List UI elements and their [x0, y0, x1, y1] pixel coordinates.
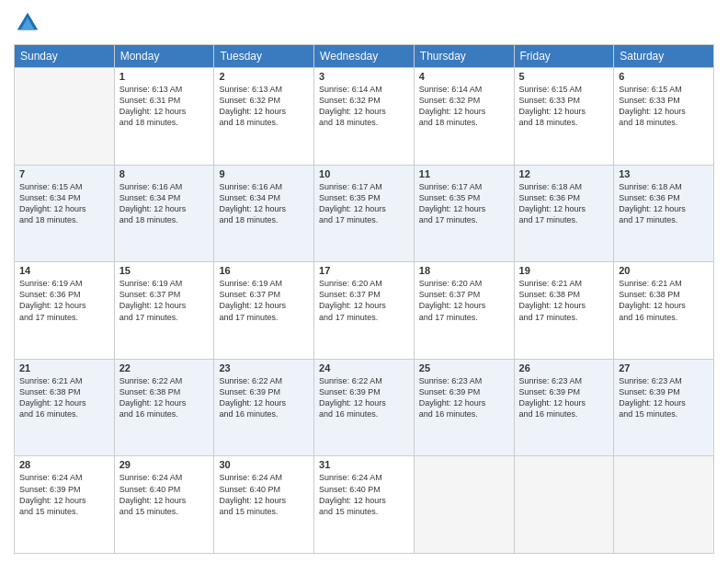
calendar-cell: 29Sunrise: 6:24 AM Sunset: 6:40 PM Dayli… [114, 456, 214, 554]
calendar-header-row: SundayMondayTuesdayWednesdayThursdayFrid… [15, 45, 714, 68]
day-info: Sunrise: 6:24 AM Sunset: 6:39 PM Dayligh… [19, 472, 109, 517]
logo [14, 9, 45, 37]
day-info: Sunrise: 6:19 AM Sunset: 6:37 PM Dayligh… [219, 278, 309, 323]
day-header-saturday: Saturday [614, 45, 714, 68]
day-number: 20 [619, 265, 709, 276]
day-number: 2 [219, 71, 309, 82]
day-number: 4 [419, 71, 509, 82]
day-number: 19 [519, 265, 609, 276]
day-number: 30 [219, 459, 309, 470]
calendar-cell: 4Sunrise: 6:14 AM Sunset: 6:32 PM Daylig… [414, 68, 514, 166]
day-number: 10 [319, 168, 409, 179]
day-number: 24 [319, 362, 409, 373]
calendar-cell: 8Sunrise: 6:16 AM Sunset: 6:34 PM Daylig… [114, 165, 214, 262]
calendar-cell: 28Sunrise: 6:24 AM Sunset: 6:39 PM Dayli… [15, 456, 115, 554]
calendar-cell: 27Sunrise: 6:23 AM Sunset: 6:39 PM Dayli… [614, 359, 714, 456]
calendar-cell: 9Sunrise: 6:16 AM Sunset: 6:34 PM Daylig… [214, 165, 314, 262]
calendar-cell: 24Sunrise: 6:22 AM Sunset: 6:39 PM Dayli… [314, 359, 415, 456]
day-header-monday: Monday [114, 45, 214, 68]
calendar-cell: 1Sunrise: 6:13 AM Sunset: 6:31 PM Daylig… [114, 68, 214, 166]
day-info: Sunrise: 6:18 AM Sunset: 6:36 PM Dayligh… [619, 181, 709, 226]
day-info: Sunrise: 6:13 AM Sunset: 6:31 PM Dayligh… [119, 84, 210, 129]
calendar-week-1: 1Sunrise: 6:13 AM Sunset: 6:31 PM Daylig… [15, 68, 714, 166]
day-info: Sunrise: 6:15 AM Sunset: 6:33 PM Dayligh… [619, 84, 709, 129]
calendar-table: SundayMondayTuesdayWednesdayThursdayFrid… [14, 44, 714, 554]
day-info: Sunrise: 6:23 AM Sunset: 6:39 PM Dayligh… [619, 375, 709, 420]
day-number: 14 [19, 265, 109, 276]
day-number: 18 [419, 265, 509, 276]
calendar-week-4: 21Sunrise: 6:21 AM Sunset: 6:38 PM Dayli… [15, 359, 714, 456]
day-number: 5 [519, 71, 609, 82]
logo-icon [14, 9, 41, 37]
day-number: 16 [219, 265, 309, 276]
day-number: 7 [19, 168, 109, 179]
day-info: Sunrise: 6:22 AM Sunset: 6:39 PM Dayligh… [319, 375, 409, 420]
day-info: Sunrise: 6:14 AM Sunset: 6:32 PM Dayligh… [419, 84, 509, 129]
day-info: Sunrise: 6:19 AM Sunset: 6:37 PM Dayligh… [119, 278, 210, 323]
day-info: Sunrise: 6:20 AM Sunset: 6:37 PM Dayligh… [419, 278, 509, 323]
day-number: 26 [519, 362, 609, 373]
day-info: Sunrise: 6:13 AM Sunset: 6:32 PM Dayligh… [219, 84, 309, 129]
calendar-cell: 18Sunrise: 6:20 AM Sunset: 6:37 PM Dayli… [414, 262, 514, 360]
calendar-cell: 14Sunrise: 6:19 AM Sunset: 6:36 PM Dayli… [15, 262, 115, 360]
calendar-cell: 31Sunrise: 6:24 AM Sunset: 6:40 PM Dayli… [314, 456, 415, 554]
day-number: 25 [419, 362, 509, 373]
calendar-week-3: 14Sunrise: 6:19 AM Sunset: 6:36 PM Dayli… [15, 262, 714, 360]
calendar-cell: 25Sunrise: 6:23 AM Sunset: 6:39 PM Dayli… [414, 359, 514, 456]
day-info: Sunrise: 6:21 AM Sunset: 6:38 PM Dayligh… [619, 278, 709, 323]
day-info: Sunrise: 6:15 AM Sunset: 6:34 PM Dayligh… [19, 181, 109, 226]
day-number: 27 [619, 362, 709, 373]
day-number: 12 [519, 168, 609, 179]
day-info: Sunrise: 6:19 AM Sunset: 6:36 PM Dayligh… [19, 278, 109, 323]
calendar-cell: 5Sunrise: 6:15 AM Sunset: 6:33 PM Daylig… [514, 68, 614, 166]
calendar-cell: 6Sunrise: 6:15 AM Sunset: 6:33 PM Daylig… [614, 68, 714, 166]
day-number: 6 [619, 71, 709, 82]
day-header-tuesday: Tuesday [214, 45, 314, 68]
day-info: Sunrise: 6:18 AM Sunset: 6:36 PM Dayligh… [519, 181, 609, 226]
day-number: 21 [19, 362, 109, 373]
day-number: 31 [319, 459, 409, 470]
calendar-cell: 26Sunrise: 6:23 AM Sunset: 6:39 PM Dayli… [514, 359, 614, 456]
day-number: 15 [119, 265, 210, 276]
calendar-cell: 19Sunrise: 6:21 AM Sunset: 6:38 PM Dayli… [514, 262, 614, 360]
day-info: Sunrise: 6:16 AM Sunset: 6:34 PM Dayligh… [119, 181, 210, 226]
day-info: Sunrise: 6:22 AM Sunset: 6:38 PM Dayligh… [119, 375, 210, 420]
day-number: 9 [219, 168, 309, 179]
day-number: 13 [619, 168, 709, 179]
calendar-cell: 16Sunrise: 6:19 AM Sunset: 6:37 PM Dayli… [214, 262, 314, 360]
day-header-sunday: Sunday [15, 45, 115, 68]
day-info: Sunrise: 6:21 AM Sunset: 6:38 PM Dayligh… [519, 278, 609, 323]
calendar-cell: 3Sunrise: 6:14 AM Sunset: 6:32 PM Daylig… [314, 68, 415, 166]
day-number: 29 [119, 459, 210, 470]
day-info: Sunrise: 6:24 AM Sunset: 6:40 PM Dayligh… [119, 472, 210, 517]
calendar-cell: 10Sunrise: 6:17 AM Sunset: 6:35 PM Dayli… [314, 165, 415, 262]
day-number: 3 [319, 71, 409, 82]
calendar-cell: 2Sunrise: 6:13 AM Sunset: 6:32 PM Daylig… [214, 68, 314, 166]
day-number: 23 [219, 362, 309, 373]
day-info: Sunrise: 6:23 AM Sunset: 6:39 PM Dayligh… [519, 375, 609, 420]
calendar-cell [614, 456, 714, 554]
day-info: Sunrise: 6:17 AM Sunset: 6:35 PM Dayligh… [319, 181, 409, 226]
calendar-cell [414, 456, 514, 554]
day-info: Sunrise: 6:14 AM Sunset: 6:32 PM Dayligh… [319, 84, 409, 129]
header [14, 9, 714, 37]
day-number: 22 [119, 362, 210, 373]
calendar-cell: 21Sunrise: 6:21 AM Sunset: 6:38 PM Dayli… [15, 359, 115, 456]
calendar-cell: 22Sunrise: 6:22 AM Sunset: 6:38 PM Dayli… [114, 359, 214, 456]
calendar-cell: 12Sunrise: 6:18 AM Sunset: 6:36 PM Dayli… [514, 165, 614, 262]
day-number: 1 [119, 71, 210, 82]
day-info: Sunrise: 6:21 AM Sunset: 6:38 PM Dayligh… [19, 375, 109, 420]
day-number: 17 [319, 265, 409, 276]
day-info: Sunrise: 6:17 AM Sunset: 6:35 PM Dayligh… [419, 181, 509, 226]
day-number: 8 [119, 168, 210, 179]
page: SundayMondayTuesdayWednesdayThursdayFrid… [0, 0, 728, 563]
calendar-cell: 30Sunrise: 6:24 AM Sunset: 6:40 PM Dayli… [214, 456, 314, 554]
day-info: Sunrise: 6:23 AM Sunset: 6:39 PM Dayligh… [419, 375, 509, 420]
day-number: 28 [19, 459, 109, 470]
calendar-cell [514, 456, 614, 554]
day-info: Sunrise: 6:15 AM Sunset: 6:33 PM Dayligh… [519, 84, 609, 129]
calendar-week-2: 7Sunrise: 6:15 AM Sunset: 6:34 PM Daylig… [15, 165, 714, 262]
day-number: 11 [419, 168, 509, 179]
calendar-cell: 15Sunrise: 6:19 AM Sunset: 6:37 PM Dayli… [114, 262, 214, 360]
calendar-cell [15, 68, 115, 166]
